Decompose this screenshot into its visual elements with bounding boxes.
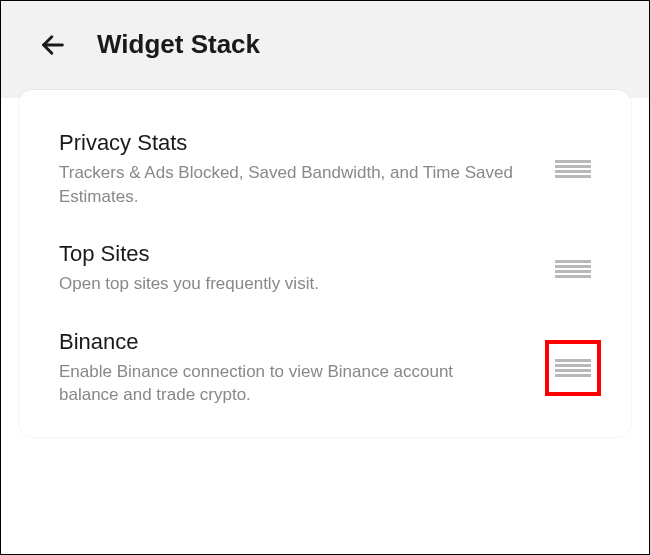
widget-item-privacy-stats: Privacy Stats Trackers & Ads Blocked, Sa…	[59, 130, 601, 209]
header: Widget Stack	[1, 1, 649, 98]
widget-title: Binance	[59, 329, 515, 355]
widget-list-card: Privacy Stats Trackers & Ads Blocked, Sa…	[19, 90, 631, 437]
widget-text: Top Sites Open top sites you frequently …	[59, 241, 545, 296]
widget-text: Privacy Stats Trackers & Ads Blocked, Sa…	[59, 130, 545, 209]
drag-handle-wrapper-highlighted	[545, 340, 601, 396]
widget-description: Enable Binance connection to view Binanc…	[59, 360, 515, 408]
drag-handle-icon[interactable]	[555, 160, 591, 178]
back-arrow-icon[interactable]	[39, 31, 67, 59]
widget-description: Trackers & Ads Blocked, Saved Bandwidth,…	[59, 161, 515, 209]
drag-handle-wrapper	[545, 141, 601, 197]
drag-handle-icon[interactable]	[555, 260, 591, 278]
widget-text: Binance Enable Binance connection to vie…	[59, 329, 545, 408]
widget-title: Privacy Stats	[59, 130, 515, 156]
widget-item-top-sites: Top Sites Open top sites you frequently …	[59, 241, 601, 297]
drag-handle-icon[interactable]	[555, 359, 591, 377]
page-title: Widget Stack	[97, 29, 260, 60]
drag-handle-wrapper	[545, 241, 601, 297]
widget-item-binance: Binance Enable Binance connection to vie…	[59, 329, 601, 408]
widget-description: Open top sites you frequently visit.	[59, 272, 515, 296]
widget-title: Top Sites	[59, 241, 515, 267]
